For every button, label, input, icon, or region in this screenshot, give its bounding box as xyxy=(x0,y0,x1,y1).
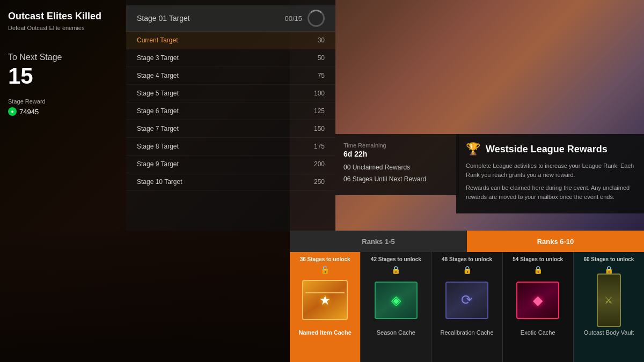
time-remaining-value: 6d 22h xyxy=(343,150,451,158)
stage-row-value-3: 100 xyxy=(314,90,325,97)
stage-row-value-7: 200 xyxy=(314,160,325,168)
reward-image-2 xyxy=(443,277,491,323)
unlock-label-2: 48 Stages to unlock xyxy=(442,256,492,262)
stage-rows-container: Current Target 30 Stage 3 Target 50 Stag… xyxy=(126,32,335,191)
stage-row-value-8: 250 xyxy=(314,178,325,186)
stage-row-8: Stage 10 Target 250 xyxy=(126,173,335,191)
rewards-header-panel: 🏆 Westside League Rewards Complete Leagu… xyxy=(456,134,644,213)
reward-name-0: Named Item Cache xyxy=(298,329,351,336)
rewards-title-row: 🏆 Westside League Rewards xyxy=(466,142,634,156)
to-next-stage-value: 15 xyxy=(8,65,118,87)
reward-name-1: Season Cache xyxy=(377,329,415,336)
reward-name-4: Outcast Body Vault xyxy=(584,329,634,336)
to-next-stage-label: To Next Stage xyxy=(8,53,118,62)
stage-row-label-1: Stage 3 Target xyxy=(137,54,179,62)
reward-name-3: Exotic Cache xyxy=(521,329,555,336)
stage-row-value-0: 30 xyxy=(318,36,325,44)
stage-header-title: Stage 01 Target xyxy=(137,14,190,23)
lock-icon-0: 🔓 xyxy=(320,265,330,274)
season-crate xyxy=(375,282,418,319)
challenge-panel: Outcast Elites Killed Defeat Outcast Eli… xyxy=(0,0,126,231)
tab-ranks-1-5[interactable]: Ranks 1-5 xyxy=(290,231,467,252)
outcast-vault: ⚔ xyxy=(597,274,621,327)
reward-card-outcast-vault[interactable]: 60 Stages to unlock 🔒 ⚔ Outcast Body Vau… xyxy=(574,252,644,362)
lock-icon-3: 🔒 xyxy=(533,265,543,274)
unlock-label-3: 54 Stages to unlock xyxy=(513,256,563,262)
unlock-label-1: 42 Stages to unlock xyxy=(371,256,421,262)
stage-row-label-3: Stage 5 Target xyxy=(137,90,179,97)
stage-row-6: Stage 8 Target 175 xyxy=(126,138,335,156)
bottom-left-bg xyxy=(0,231,290,362)
stage-header: Stage 01 Target 00/15 xyxy=(126,5,335,32)
stage-progress-value: 00/15 xyxy=(284,14,302,23)
stage-row-1: Stage 3 Target 50 xyxy=(126,49,335,67)
reward-image-4: ⚔ xyxy=(584,277,633,323)
challenge-subtitle: Defeat Outcast Elite enemies xyxy=(8,25,118,31)
reward-card-named-item[interactable]: 36 Stages to unlock 🔓 Named Item Cache xyxy=(290,252,361,362)
time-remaining-label: Time Remaining xyxy=(343,142,451,149)
reward-image-3 xyxy=(514,277,562,323)
reward-image-1 xyxy=(372,277,420,323)
stage-reward-label: Stage Reward xyxy=(8,98,118,105)
stage-row-label-0: Current Target xyxy=(137,36,178,44)
rewards-title: Westside League Rewards xyxy=(486,144,608,155)
stage-header-progress: 00/15 xyxy=(284,10,325,27)
stage-row-label-8: Stage 10 Target xyxy=(137,178,182,186)
stage-row-7: Stage 9 Target 200 xyxy=(126,156,335,173)
trophy-icon: 🏆 xyxy=(466,142,480,156)
exotic-crate xyxy=(516,282,559,319)
reward-name-2: Recalibration Cache xyxy=(440,329,493,336)
stage-row-label-6: Stage 8 Target xyxy=(137,143,179,150)
stage-row-value-6: 175 xyxy=(314,143,325,150)
unclaimed-text: 00 Unclaimed Rewards xyxy=(343,164,451,171)
stage-row-value-4: 125 xyxy=(314,107,325,115)
unlock-label-4: 60 Stages to unlock xyxy=(583,256,634,262)
rank-tabs: Ranks 1-5 Ranks 6-10 xyxy=(290,231,644,252)
stage-row-value-5: 150 xyxy=(314,125,325,132)
stage-reward-row: ● 74945 xyxy=(8,107,118,116)
stage-row-3: Stage 5 Target 100 xyxy=(126,85,335,102)
stage-row-4: Stage 6 Target 125 xyxy=(126,102,335,120)
stages-until-reward: 06 Stages Until Next Reward xyxy=(343,175,451,183)
stages-panel: Stage 01 Target 00/15 Current Target 30 … xyxy=(126,0,335,231)
bottom-section: Ranks 1-5 Ranks 6-10 36 Stages to unlock… xyxy=(0,231,644,362)
stage-row-label-7: Stage 9 Target xyxy=(137,160,179,168)
tab-ranks-6-10[interactable]: Ranks 6-10 xyxy=(467,231,644,252)
stage-row-0: Current Target 30 xyxy=(126,32,335,49)
progress-circle xyxy=(308,10,325,27)
stage-reward-value: 74945 xyxy=(19,108,39,116)
challenge-title: Outcast Elites Killed xyxy=(8,11,118,22)
lock-icon-4: 🔒 xyxy=(604,265,613,274)
unlock-label-0: 36 Stages to unlock xyxy=(300,256,350,262)
stage-row-value-2: 75 xyxy=(318,72,325,79)
reward-cards-container: 36 Stages to unlock 🔓 Named Item Cache 4… xyxy=(290,252,644,362)
stage-row-label-4: Stage 6 Target xyxy=(137,107,179,115)
rewards-desc1: Complete League activities to increase y… xyxy=(466,161,634,179)
reward-currency-icon: ● xyxy=(8,107,17,116)
reward-image-0 xyxy=(301,277,349,323)
stage-row-5: Stage 7 Target 150 xyxy=(126,120,335,138)
stages-content: Stage 01 Target 00/15 Current Target 30 … xyxy=(126,5,335,225)
reward-card-recalibration[interactable]: 48 Stages to unlock 🔒 Recalibration Cach… xyxy=(431,252,502,362)
lock-icon-1: 🔒 xyxy=(391,265,400,274)
unclaimed-row: 00 Unclaimed Rewards 06 Stages Until Nex… xyxy=(343,164,451,183)
stage-row-label-5: Stage 7 Target xyxy=(137,125,179,132)
recal-crate xyxy=(445,282,488,319)
stage-row-value-1: 50 xyxy=(318,54,325,62)
reward-card-exotic[interactable]: 54 Stages to unlock 🔒 Exotic Cache xyxy=(503,252,574,362)
rewards-desc2: Rewards can be claimed here during the e… xyxy=(466,183,634,201)
info-panel: Time Remaining 6d 22h 00 Unclaimed Rewar… xyxy=(335,134,459,195)
stage-row-2: Stage 4 Target 75 xyxy=(126,67,335,85)
stage-row-label-2: Stage 4 Target xyxy=(137,72,179,79)
named-item-crate xyxy=(302,280,348,320)
reward-card-season[interactable]: 42 Stages to unlock 🔒 Season Cache xyxy=(361,252,431,362)
lock-icon-2: 🔒 xyxy=(463,265,472,274)
